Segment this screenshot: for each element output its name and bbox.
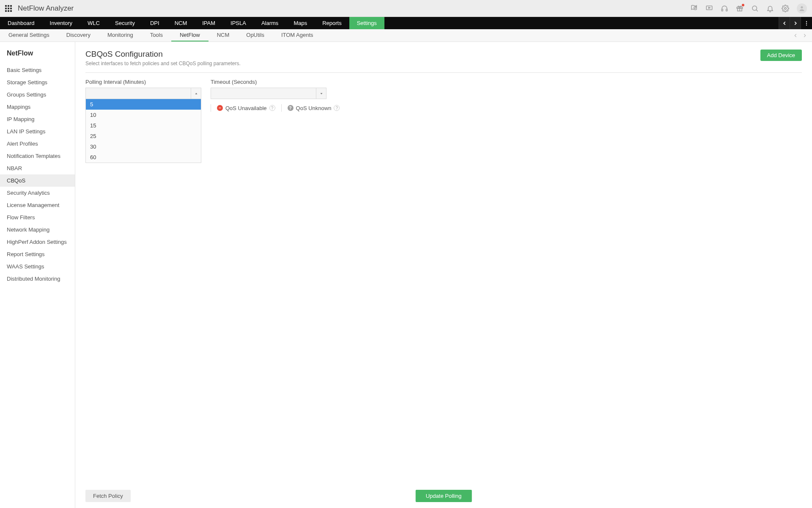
sidebar-item-license-management[interactable]: License Management bbox=[0, 199, 75, 211]
gift-icon[interactable] bbox=[736, 5, 743, 12]
polling-option-5[interactable]: 5 bbox=[86, 99, 201, 110]
polling-interval-dropdown: 51015253060 bbox=[85, 99, 201, 163]
subnav-tab-monitoring[interactable]: Monitoring bbox=[99, 29, 142, 41]
nav-tab-alarms[interactable]: Alarms bbox=[254, 17, 286, 29]
nav-tab-ipam[interactable]: IPAM bbox=[195, 17, 223, 29]
update-polling-button[interactable]: Update Polling bbox=[416, 490, 472, 502]
svg-marker-1 bbox=[709, 7, 710, 8]
search-icon[interactable] bbox=[751, 5, 759, 12]
nav-tab-settings[interactable]: Settings bbox=[349, 17, 384, 29]
polling-interval-select[interactable] bbox=[85, 88, 201, 99]
nav-next-button[interactable] bbox=[790, 17, 801, 29]
sidebar-item-security-analytics[interactable]: Security Analytics bbox=[0, 187, 75, 199]
sidebar-item-report-settings[interactable]: Report Settings bbox=[0, 248, 75, 260]
sidebar-item-distributed-monitoring[interactable]: Distributed Monitoring bbox=[0, 273, 75, 285]
chevron-up-icon bbox=[191, 88, 201, 99]
qos-unavailable-icon bbox=[217, 105, 223, 111]
help-icon[interactable]: ? bbox=[334, 105, 340, 111]
sidebar-item-nbar[interactable]: NBAR bbox=[0, 162, 75, 174]
nav-prev-button[interactable] bbox=[779, 17, 790, 29]
sidebar-item-lan-ip-settings[interactable]: LAN IP Settings bbox=[0, 125, 75, 138]
sidebar-item-waas-settings[interactable]: WAAS Settings bbox=[0, 260, 75, 273]
content-area: CBQoS Configuration Select interfaces to… bbox=[75, 42, 812, 508]
add-device-button[interactable]: Add Device bbox=[760, 50, 802, 61]
polling-interval-value bbox=[86, 88, 191, 99]
nav-tab-ipsla[interactable]: IPSLA bbox=[223, 17, 254, 29]
subnav-tab-ncm[interactable]: NCM bbox=[208, 29, 238, 41]
nav-tab-dpi[interactable]: DPI bbox=[143, 17, 167, 29]
sidebar-item-storage-settings[interactable]: Storage Settings bbox=[0, 76, 75, 88]
rocket-icon[interactable] bbox=[690, 5, 698, 12]
sidebar-item-mappings[interactable]: Mappings bbox=[0, 101, 75, 113]
sub-nav: General SettingsDiscoveryMonitoringTools… bbox=[0, 29, 812, 42]
title-bar: NetFlow Analyzer bbox=[0, 0, 812, 17]
nav-tab-dashboard[interactable]: Dashboard bbox=[0, 17, 42, 29]
nav-tab-reports[interactable]: Reports bbox=[315, 17, 349, 29]
sidebar-item-notification-templates[interactable]: Notification Templates bbox=[0, 150, 75, 162]
sidebar-item-cbqos[interactable]: CBQoS bbox=[0, 174, 75, 187]
svg-point-6 bbox=[752, 6, 757, 11]
polling-option-30[interactable]: 30 bbox=[86, 141, 201, 152]
timeout-select[interactable] bbox=[211, 88, 326, 99]
polling-interval-label: Polling Interval (Minutes) bbox=[85, 79, 201, 85]
presentation-icon[interactable] bbox=[705, 5, 713, 12]
qos-unknown-icon: ? bbox=[288, 105, 294, 111]
svg-line-7 bbox=[756, 10, 758, 11]
svg-rect-3 bbox=[726, 9, 727, 11]
qos-unknown-label: QoS Unknown bbox=[296, 105, 332, 111]
app-launcher-icon[interactable] bbox=[5, 5, 12, 12]
chevron-down-icon bbox=[316, 88, 326, 99]
page-subtitle: Select interfaces to fetch policies and … bbox=[85, 61, 241, 66]
sidebar-item-network-mapping[interactable]: Network Mapping bbox=[0, 224, 75, 236]
svg-point-9 bbox=[801, 6, 803, 8]
sidebar-item-flow-filters[interactable]: Flow Filters bbox=[0, 211, 75, 224]
notification-dot bbox=[742, 4, 744, 6]
svg-marker-14 bbox=[320, 93, 322, 94]
page-title: CBQoS Configuration bbox=[85, 50, 241, 59]
nav-tab-ncm[interactable]: NCM bbox=[167, 17, 195, 29]
fetch-policy-button[interactable]: Fetch Policy bbox=[85, 490, 131, 502]
svg-marker-13 bbox=[195, 93, 197, 94]
subnav-tab-general-settings[interactable]: General Settings bbox=[0, 29, 58, 41]
sidebar: NetFlow Basic SettingsStorage SettingsGr… bbox=[0, 42, 75, 508]
svg-point-12 bbox=[806, 24, 807, 25]
sidebar-item-basic-settings[interactable]: Basic Settings bbox=[0, 64, 75, 76]
headset-icon[interactable] bbox=[721, 5, 728, 12]
subnav-tab-discovery[interactable]: Discovery bbox=[58, 29, 99, 41]
sidebar-item-alert-profiles[interactable]: Alert Profiles bbox=[0, 138, 75, 150]
qos-legend: QoS Unavailable ? ? QoS Unknown ? bbox=[211, 104, 340, 112]
svg-point-8 bbox=[785, 7, 787, 9]
app-title: NetFlow Analyzer bbox=[18, 4, 74, 13]
bell-icon[interactable] bbox=[766, 5, 774, 12]
nav-tab-maps[interactable]: Maps bbox=[286, 17, 315, 29]
help-icon[interactable]: ? bbox=[269, 105, 275, 111]
subnav-prev-icon[interactable] bbox=[793, 33, 798, 39]
subnav-tab-netflow[interactable]: NetFlow bbox=[171, 29, 208, 41]
subnav-tab-oputils[interactable]: OpUtils bbox=[238, 29, 273, 41]
polling-option-60[interactable]: 60 bbox=[86, 152, 201, 163]
svg-point-11 bbox=[806, 22, 807, 23]
sidebar-item-highperf-addon-settings[interactable]: HighPerf Addon Settings bbox=[0, 236, 75, 248]
user-avatar[interactable] bbox=[797, 3, 807, 14]
subnav-next-icon[interactable] bbox=[802, 33, 808, 39]
subnav-tab-tools[interactable]: Tools bbox=[142, 29, 171, 41]
timeout-value bbox=[211, 88, 316, 99]
gear-icon[interactable] bbox=[782, 5, 789, 12]
svg-point-10 bbox=[806, 21, 807, 22]
polling-option-25[interactable]: 25 bbox=[86, 131, 201, 141]
svg-rect-2 bbox=[721, 9, 723, 11]
nav-tab-inventory[interactable]: Inventory bbox=[42, 17, 80, 29]
polling-option-10[interactable]: 10 bbox=[86, 110, 201, 120]
sidebar-item-ip-mapping[interactable]: IP Mapping bbox=[0, 113, 75, 125]
nav-more-icon[interactable] bbox=[801, 17, 812, 29]
qos-unavailable-label: QoS Unavailable bbox=[225, 105, 267, 111]
polling-option-15[interactable]: 15 bbox=[86, 120, 201, 131]
main-nav: DashboardInventoryWLCSecurityDPINCMIPAMI… bbox=[0, 17, 812, 29]
subnav-tab-itom-agents[interactable]: ITOM Agents bbox=[273, 29, 322, 41]
nav-tab-security[interactable]: Security bbox=[107, 17, 143, 29]
nav-tab-wlc[interactable]: WLC bbox=[80, 17, 107, 29]
timeout-label: Timeout (Seconds) bbox=[211, 79, 340, 85]
sidebar-item-groups-settings[interactable]: Groups Settings bbox=[0, 88, 75, 101]
sidebar-title: NetFlow bbox=[7, 50, 68, 57]
